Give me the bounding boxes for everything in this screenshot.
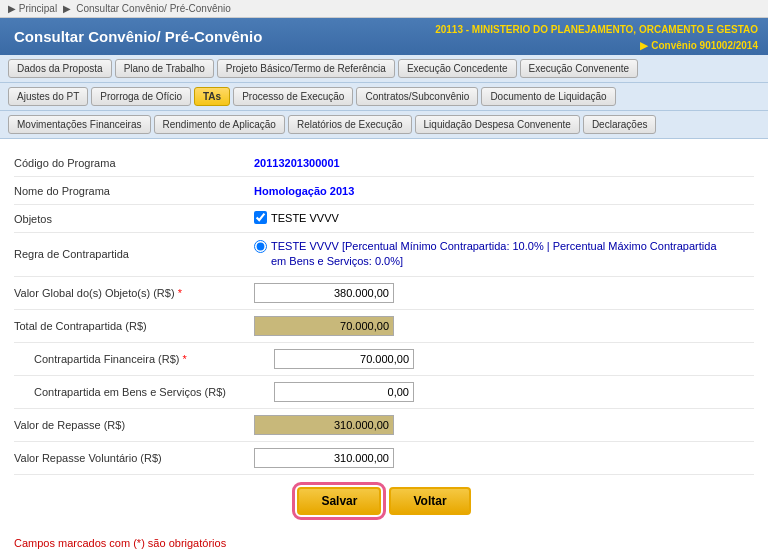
tab-prorrogacao[interactable]: Prorroga de Ofício xyxy=(91,87,191,106)
objetos-text: TESTE VVVV xyxy=(271,212,339,224)
convenio-label: ▶ Convênio 901002/2014 xyxy=(640,40,758,51)
row-contrapartida-bens: Contrapartida em Bens e Serviços (R$) xyxy=(14,376,754,409)
label-contrapartida-financeira: Contrapartida Financeira (R$) * xyxy=(34,353,274,365)
row-contrapartida-financeira: Contrapartida Financeira (R$) * xyxy=(14,343,754,376)
tab-execucao-concedente[interactable]: Execução Concedente xyxy=(398,59,517,78)
label-total-contrapartida: Total de Contrapartida (R$) xyxy=(14,320,254,332)
label-contrapartida-bens: Contrapartida em Bens e Serviços (R$) xyxy=(34,386,274,398)
tab-documento-liquidacao[interactable]: Documento de Liquidação xyxy=(481,87,615,106)
tab-execucao-convenente[interactable]: Execução Convenente xyxy=(520,59,639,78)
input-valor-global[interactable] xyxy=(254,283,394,303)
tab-ajustes-pt[interactable]: Ajustes do PT xyxy=(8,87,88,106)
tab-contratos[interactable]: Contratos/Subconvênio xyxy=(356,87,478,106)
tabs-row-3: Movimentações Financeiras Rendimento de … xyxy=(0,111,768,139)
obrigatorio-message: Campos marcados com (*) são obrigatórios xyxy=(0,533,768,554)
row-regra-contrapartida: Regra de Contrapartida TESTE VVVV [Perce… xyxy=(14,233,754,277)
tab-movimentacoes[interactable]: Movimentações Financeiras xyxy=(8,115,151,134)
input-contrapartida-financeira[interactable] xyxy=(274,349,414,369)
label-codigo-programa: Código do Programa xyxy=(14,157,254,169)
checkbox-objetos[interactable] xyxy=(254,211,267,224)
value-objetos: TESTE VVVV xyxy=(254,211,339,226)
tabs-row-2: Ajustes do PT Prorroga de Ofício TAs Pro… xyxy=(0,83,768,111)
salvar-button[interactable]: Salvar xyxy=(297,487,381,515)
row-valor-repasse: Valor de Repasse (R$) xyxy=(14,409,754,442)
input-total-contrapartida[interactable] xyxy=(254,316,394,336)
row-nome-programa: Nome do Programa Homologação 2013 xyxy=(14,177,754,205)
page-header: Consultar Convênio/ Pré-Convênio 20113 -… xyxy=(0,18,768,55)
radio-regra[interactable] xyxy=(254,240,267,253)
row-codigo-programa: Código do Programa 20113201300001 xyxy=(14,149,754,177)
input-contrapartida-bens[interactable] xyxy=(274,382,414,402)
ministry-label: 20113 - MINISTERIO DO PLANEJAMENTO, ORCA… xyxy=(435,24,758,35)
tab-tas[interactable]: TAs xyxy=(194,87,230,106)
value-regra-contrapartida: TESTE VVVV [Percentual Mínimo Contrapart… xyxy=(254,239,721,270)
tab-liquidacao-despesa[interactable]: Liquidação Despesa Convenente xyxy=(415,115,580,134)
voltar-button[interactable]: Voltar xyxy=(389,487,470,515)
form-area: Código do Programa 20113201300001 Nome d… xyxy=(0,139,768,533)
buttons-row: Salvar Voltar xyxy=(14,475,754,523)
label-valor-global: Valor Global do(s) Objeto(s) (R$) * xyxy=(14,287,254,299)
row-valor-global: Valor Global do(s) Objeto(s) (R$) * xyxy=(14,277,754,310)
row-valor-repasse-voluntario: Valor Repasse Voluntário (R$) xyxy=(14,442,754,475)
tab-dados-proposta[interactable]: Dados da Proposta xyxy=(8,59,112,78)
page-title: Consultar Convênio/ Pré-Convênio xyxy=(14,28,262,45)
input-valor-repasse-voluntario[interactable] xyxy=(254,448,394,468)
row-total-contrapartida: Total de Contrapartida (R$) xyxy=(14,310,754,343)
tab-processo-execucao[interactable]: Processo de Execução xyxy=(233,87,353,106)
value-codigo-programa: 20113201300001 xyxy=(254,157,340,169)
tab-rendimento[interactable]: Rendimento de Aplicação xyxy=(154,115,285,134)
tabs-row-1: Dados da Proposta Plano de Trabalho Proj… xyxy=(0,55,768,83)
value-nome-programa: Homologação 2013 xyxy=(254,185,354,197)
label-valor-repasse-voluntario: Valor Repasse Voluntário (R$) xyxy=(14,452,254,464)
label-objetos: Objetos xyxy=(14,213,254,225)
breadcrumb-current: Consultar Convênio/ Pré-Convênio xyxy=(76,3,231,14)
input-valor-repasse[interactable] xyxy=(254,415,394,435)
label-nome-programa: Nome do Programa xyxy=(14,185,254,197)
tab-declaracoes[interactable]: Declarações xyxy=(583,115,657,134)
tab-plano-trabalho[interactable]: Plano de Trabalho xyxy=(115,59,214,78)
tab-projeto-basico[interactable]: Projeto Básico/Termo de Referência xyxy=(217,59,395,78)
regra-text: TESTE VVVV [Percentual Mínimo Contrapart… xyxy=(271,239,721,270)
label-regra-contrapartida: Regra de Contrapartida xyxy=(14,248,254,260)
tab-relatorios[interactable]: Relatórios de Execução xyxy=(288,115,412,134)
breadcrumb: ▶ Principal ▶ Consultar Convênio/ Pré-Co… xyxy=(0,0,768,18)
label-valor-repasse: Valor de Repasse (R$) xyxy=(14,419,254,431)
row-objetos: Objetos TESTE VVVV xyxy=(14,205,754,233)
breadcrumb-home[interactable]: Principal xyxy=(19,3,57,14)
